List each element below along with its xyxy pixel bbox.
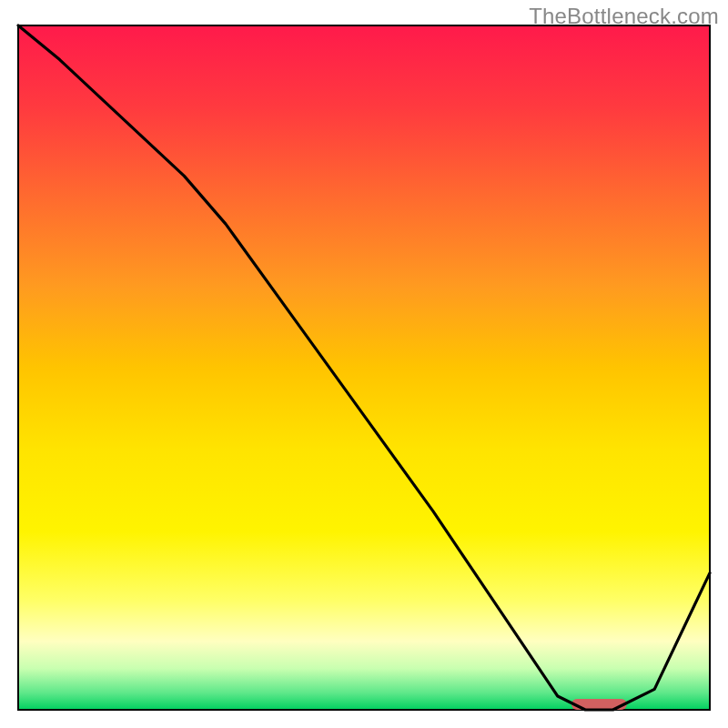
chart-container: TheBottleneck.com <box>0 0 728 728</box>
watermark-text: TheBottleneck.com <box>529 4 719 29</box>
bottleneck-curve-chart <box>0 0 728 728</box>
plot-background <box>18 25 710 710</box>
